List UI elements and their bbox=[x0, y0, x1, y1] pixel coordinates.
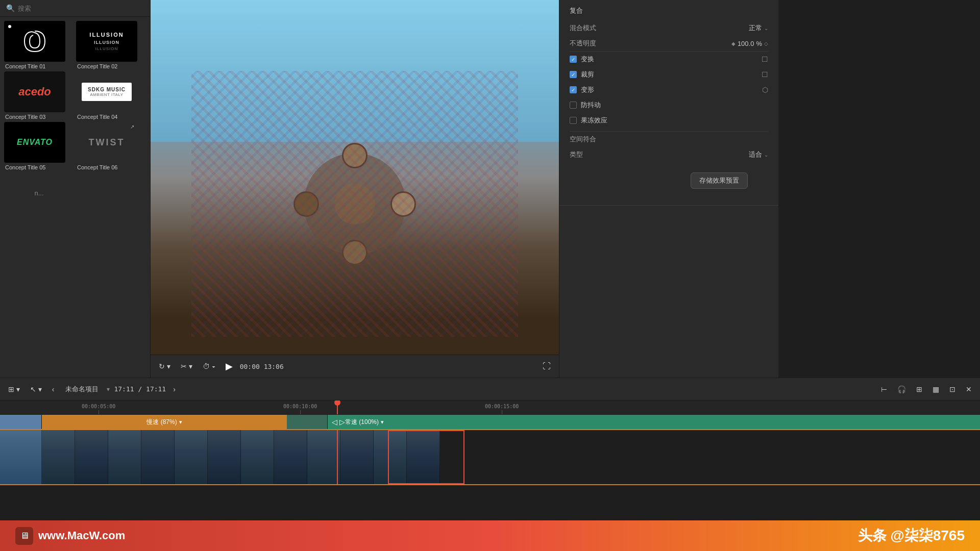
prev-button[interactable]: ‹ bbox=[49, 383, 58, 395]
opacity-label: 不透明度 bbox=[570, 39, 631, 48]
clip-row bbox=[0, 429, 980, 485]
transform-label: 变换 bbox=[581, 55, 762, 64]
media-label-05: Concept Title 05 bbox=[4, 164, 74, 170]
search-icon: 🔍 bbox=[6, 4, 15, 12]
layout-button[interactable]: ⊞ bbox=[913, 383, 925, 395]
list-item[interactable]: ENVATO Concept Title 05 bbox=[4, 122, 74, 170]
rolling-shutter-row[interactable]: 果冻效应 bbox=[570, 113, 768, 128]
distort-checkbox[interactable]: ✓ bbox=[570, 86, 577, 93]
watermark-url: www.MacW.com bbox=[38, 529, 125, 542]
select-tool[interactable]: ↖ ▾ bbox=[27, 383, 45, 395]
crop-label: 裁剪 bbox=[581, 70, 762, 79]
clip-segment-orange[interactable]: 慢速 (87%) ▾ bbox=[42, 415, 287, 429]
clip-right-icon: ▷ bbox=[339, 418, 345, 426]
type-value-text: 适合 bbox=[749, 150, 762, 159]
time-total: 13:06 bbox=[264, 363, 284, 370]
type-label: 类型 bbox=[570, 150, 631, 159]
media-label-02: Concept Title 02 bbox=[76, 63, 146, 69]
transform-row[interactable]: ✓ 变换 ☐ bbox=[570, 52, 768, 67]
more-items[interactable]: n... bbox=[4, 172, 74, 213]
time-display: 00:00 13:06 bbox=[240, 363, 284, 370]
speed-dropdown-icon[interactable]: ▾ bbox=[179, 419, 182, 425]
media-label-06: Concept Title 06 bbox=[76, 164, 146, 170]
next-button[interactable]: › bbox=[170, 383, 179, 395]
list-item[interactable]: ILLUSIONILLUSION ILLUSION Concept Title … bbox=[76, 21, 146, 69]
timeline: ⊞ ▾ ↖ ▾ ‹ 未命名项目 ▾ 17:11 / 17:11 › ⊢ 🎧 ⊞ … bbox=[0, 378, 980, 520]
ruler-mark: 00:00:05:00 bbox=[82, 404, 115, 414]
preview-area: ↻ ▾ ✂ ▾ ⏱ ▾ ▶ 00:00 13:06 ⛶ bbox=[151, 0, 559, 378]
more-label: n... bbox=[34, 189, 43, 197]
stabilize-row[interactable]: 防抖动 bbox=[570, 97, 768, 113]
clip-segment-blue bbox=[0, 415, 42, 429]
timeline-ruler: 00:00:05:00 00:00:10:00 00:00:15:00 bbox=[0, 400, 980, 415]
search-input[interactable] bbox=[18, 5, 144, 12]
crop-checkbox[interactable]: ✓ bbox=[570, 71, 577, 78]
blend-mode-label: 混合模式 bbox=[570, 23, 631, 33]
view-button[interactable]: ▦ bbox=[929, 383, 942, 395]
transform-checkbox[interactable]: ✓ bbox=[570, 56, 577, 63]
play-button[interactable]: ▶ bbox=[223, 359, 236, 374]
blend-mode-value[interactable]: 正常 ⌄ bbox=[631, 23, 768, 33]
more-button[interactable]: ✕ bbox=[963, 383, 975, 395]
ruler-time-3: 00:00:15:00 bbox=[485, 404, 519, 409]
dropdown-icon[interactable]: ▾ bbox=[107, 386, 110, 393]
timeline-tools-right: ⊢ 🎧 ⊞ ▦ ⊡ ✕ bbox=[878, 383, 975, 395]
distort-icon: ⬡ bbox=[762, 86, 768, 94]
clip-segment-teal-start bbox=[287, 415, 328, 429]
search-bar: 🔍 bbox=[0, 0, 150, 17]
stabilize-label: 防抖动 bbox=[581, 101, 768, 110]
list-item[interactable]: SDKG MUSIC AMBIENT ITALY Concept Title 0… bbox=[76, 71, 146, 120]
time-current: 00:00 bbox=[240, 363, 260, 370]
snap-button[interactable]: ⊞ ▾ bbox=[5, 383, 23, 395]
loop-button[interactable]: ↻ ▾ bbox=[156, 360, 174, 372]
opacity-value-group[interactable]: ◆ 100.0 % ◇ bbox=[631, 40, 768, 47]
check-icon: ✓ bbox=[571, 87, 575, 93]
clip-blue-segment bbox=[0, 430, 42, 484]
inspector-panel: 复合 混合模式 正常 ⌄ 不透明度 ◆ 100.0 % ◇ bbox=[559, 0, 778, 378]
watermark-bar: 🖥 www.MacW.com 头条 @柒柒8765 bbox=[0, 520, 980, 551]
speed-normal-label: 常速 (100%) bbox=[345, 418, 379, 427]
preview-video bbox=[151, 0, 559, 355]
opacity-unit: % bbox=[756, 40, 762, 47]
media-thumb-06: TWIST ↗ bbox=[76, 122, 137, 163]
distort-label: 变形 bbox=[581, 85, 762, 94]
save-preset-button[interactable]: 存储效果预置 bbox=[691, 172, 748, 189]
save-btn-row: 存储效果预置 bbox=[570, 162, 768, 199]
list-item[interactable]: TWIST ↗ Concept Title 06 bbox=[76, 122, 146, 170]
crop-row[interactable]: ✓ 裁剪 ☐ bbox=[570, 67, 768, 82]
audio-button[interactable]: 🎧 bbox=[894, 383, 909, 395]
playback-controls: ↻ ▾ ✂ ▾ ⏱ ▾ ▶ 00:00 13:06 ⛶ bbox=[151, 355, 559, 378]
check-icon: ✓ bbox=[571, 57, 575, 62]
ruler-mark: 00:00:15:00 bbox=[485, 404, 519, 414]
list-item[interactable]: Concept Title 01 bbox=[4, 21, 74, 69]
media-thumb-05: ENVATO bbox=[4, 122, 65, 163]
diamond-icon: ◆ bbox=[731, 41, 736, 46]
watermark-left: 🖥 www.MacW.com bbox=[15, 527, 125, 545]
rolling-shutter-checkbox[interactable] bbox=[570, 117, 577, 124]
trim-button[interactable]: ✂ ▾ bbox=[178, 360, 195, 372]
keyframe-icon: ◇ bbox=[764, 41, 768, 46]
ruler-time-2: 00:00:10:00 bbox=[283, 404, 317, 409]
speed-normal-dropdown[interactable]: ▾ bbox=[381, 419, 384, 425]
section-title: 复合 bbox=[570, 6, 768, 15]
spatial-header-row: 空间符合 bbox=[570, 132, 768, 147]
list-item[interactable]: acedo Concept Title 03 bbox=[4, 71, 74, 120]
fullscreen-button[interactable]: ⛶ bbox=[540, 360, 554, 373]
clip-left-icon: ◁ bbox=[332, 418, 337, 426]
crop-icon: ☐ bbox=[762, 70, 768, 79]
speed-button[interactable]: ⏱ ▾ bbox=[200, 360, 218, 372]
blend-mode-text: 正常 bbox=[749, 23, 762, 33]
type-value-group[interactable]: 适合 ⌄ bbox=[631, 150, 768, 159]
distort-row[interactable]: ✓ 变形 ⬡ bbox=[570, 82, 768, 97]
speed-bar-row: 慢速 (87%) ▾ ◁ ▷ 常速 (100%) ▾ bbox=[0, 415, 980, 429]
timecode-display: 17:11 / 17:11 bbox=[114, 385, 166, 393]
split-audio-button[interactable]: ⊢ bbox=[878, 383, 890, 395]
timeline-tracks: 慢速 (87%) ▾ ◁ ▷ 常速 (100%) ▾ bbox=[0, 415, 980, 520]
clip-segment-teal-main[interactable]: ◁ ▷ 常速 (100%) ▾ bbox=[328, 415, 980, 429]
empty-track-area bbox=[0, 485, 980, 516]
media-browser: 🔍 Concept Title 01 bbox=[0, 0, 151, 378]
opacity-row: 不透明度 ◆ 100.0 % ◇ bbox=[570, 36, 768, 51]
browser-button[interactable]: ⊡ bbox=[946, 383, 959, 395]
spatial-label: 空间符合 bbox=[570, 135, 631, 144]
stabilize-checkbox[interactable] bbox=[570, 102, 577, 109]
